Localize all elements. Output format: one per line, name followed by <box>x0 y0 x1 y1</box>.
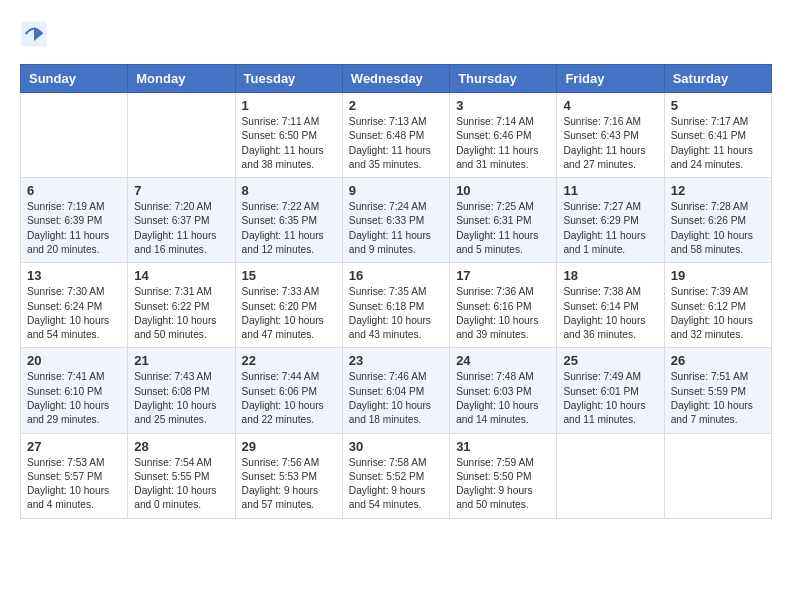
day-number: 11 <box>563 183 657 198</box>
calendar-cell: 29Sunrise: 7:56 AM Sunset: 5:53 PM Dayli… <box>235 433 342 518</box>
calendar-cell: 30Sunrise: 7:58 AM Sunset: 5:52 PM Dayli… <box>342 433 449 518</box>
day-number: 18 <box>563 268 657 283</box>
cell-content: Sunrise: 7:44 AM Sunset: 6:06 PM Dayligh… <box>242 370 336 427</box>
cell-content: Sunrise: 7:33 AM Sunset: 6:20 PM Dayligh… <box>242 285 336 342</box>
calendar-cell: 1Sunrise: 7:11 AM Sunset: 6:50 PM Daylig… <box>235 93 342 178</box>
cell-content: Sunrise: 7:56 AM Sunset: 5:53 PM Dayligh… <box>242 456 336 513</box>
calendar-cell: 5Sunrise: 7:17 AM Sunset: 6:41 PM Daylig… <box>664 93 771 178</box>
day-number: 29 <box>242 439 336 454</box>
calendar-cell: 11Sunrise: 7:27 AM Sunset: 6:29 PM Dayli… <box>557 178 664 263</box>
calendar-cell: 20Sunrise: 7:41 AM Sunset: 6:10 PM Dayli… <box>21 348 128 433</box>
calendar-cell: 22Sunrise: 7:44 AM Sunset: 6:06 PM Dayli… <box>235 348 342 433</box>
calendar-cell: 19Sunrise: 7:39 AM Sunset: 6:12 PM Dayli… <box>664 263 771 348</box>
cell-content: Sunrise: 7:36 AM Sunset: 6:16 PM Dayligh… <box>456 285 550 342</box>
day-header-tuesday: Tuesday <box>235 65 342 93</box>
day-header-friday: Friday <box>557 65 664 93</box>
day-number: 7 <box>134 183 228 198</box>
calendar-week-row: 13Sunrise: 7:30 AM Sunset: 6:24 PM Dayli… <box>21 263 772 348</box>
calendar-cell: 23Sunrise: 7:46 AM Sunset: 6:04 PM Dayli… <box>342 348 449 433</box>
day-number: 14 <box>134 268 228 283</box>
calendar-table: SundayMondayTuesdayWednesdayThursdayFrid… <box>20 64 772 519</box>
calendar-cell: 7Sunrise: 7:20 AM Sunset: 6:37 PM Daylig… <box>128 178 235 263</box>
calendar-week-row: 20Sunrise: 7:41 AM Sunset: 6:10 PM Dayli… <box>21 348 772 433</box>
calendar-cell <box>557 433 664 518</box>
day-number: 15 <box>242 268 336 283</box>
cell-content: Sunrise: 7:30 AM Sunset: 6:24 PM Dayligh… <box>27 285 121 342</box>
day-number: 17 <box>456 268 550 283</box>
day-number: 5 <box>671 98 765 113</box>
cell-content: Sunrise: 7:41 AM Sunset: 6:10 PM Dayligh… <box>27 370 121 427</box>
calendar-cell: 27Sunrise: 7:53 AM Sunset: 5:57 PM Dayli… <box>21 433 128 518</box>
calendar-week-row: 27Sunrise: 7:53 AM Sunset: 5:57 PM Dayli… <box>21 433 772 518</box>
day-number: 21 <box>134 353 228 368</box>
cell-content: Sunrise: 7:27 AM Sunset: 6:29 PM Dayligh… <box>563 200 657 257</box>
cell-content: Sunrise: 7:14 AM Sunset: 6:46 PM Dayligh… <box>456 115 550 172</box>
cell-content: Sunrise: 7:19 AM Sunset: 6:39 PM Dayligh… <box>27 200 121 257</box>
calendar-cell: 2Sunrise: 7:13 AM Sunset: 6:48 PM Daylig… <box>342 93 449 178</box>
calendar-cell: 3Sunrise: 7:14 AM Sunset: 6:46 PM Daylig… <box>450 93 557 178</box>
day-header-saturday: Saturday <box>664 65 771 93</box>
day-number: 25 <box>563 353 657 368</box>
cell-content: Sunrise: 7:43 AM Sunset: 6:08 PM Dayligh… <box>134 370 228 427</box>
day-number: 28 <box>134 439 228 454</box>
calendar-cell: 24Sunrise: 7:48 AM Sunset: 6:03 PM Dayli… <box>450 348 557 433</box>
calendar-cell: 16Sunrise: 7:35 AM Sunset: 6:18 PM Dayli… <box>342 263 449 348</box>
calendar-cell: 9Sunrise: 7:24 AM Sunset: 6:33 PM Daylig… <box>342 178 449 263</box>
day-number: 30 <box>349 439 443 454</box>
day-number: 20 <box>27 353 121 368</box>
cell-content: Sunrise: 7:20 AM Sunset: 6:37 PM Dayligh… <box>134 200 228 257</box>
cell-content: Sunrise: 7:46 AM Sunset: 6:04 PM Dayligh… <box>349 370 443 427</box>
cell-content: Sunrise: 7:54 AM Sunset: 5:55 PM Dayligh… <box>134 456 228 513</box>
cell-content: Sunrise: 7:59 AM Sunset: 5:50 PM Dayligh… <box>456 456 550 513</box>
day-header-thursday: Thursday <box>450 65 557 93</box>
calendar-cell: 13Sunrise: 7:30 AM Sunset: 6:24 PM Dayli… <box>21 263 128 348</box>
calendar-week-row: 1Sunrise: 7:11 AM Sunset: 6:50 PM Daylig… <box>21 93 772 178</box>
calendar-cell: 15Sunrise: 7:33 AM Sunset: 6:20 PM Dayli… <box>235 263 342 348</box>
calendar-cell <box>21 93 128 178</box>
day-number: 10 <box>456 183 550 198</box>
day-number: 9 <box>349 183 443 198</box>
logo <box>20 20 52 48</box>
day-number: 27 <box>27 439 121 454</box>
day-number: 23 <box>349 353 443 368</box>
day-number: 22 <box>242 353 336 368</box>
day-number: 12 <box>671 183 765 198</box>
cell-content: Sunrise: 7:35 AM Sunset: 6:18 PM Dayligh… <box>349 285 443 342</box>
day-number: 3 <box>456 98 550 113</box>
cell-content: Sunrise: 7:22 AM Sunset: 6:35 PM Dayligh… <box>242 200 336 257</box>
calendar-cell: 25Sunrise: 7:49 AM Sunset: 6:01 PM Dayli… <box>557 348 664 433</box>
day-header-sunday: Sunday <box>21 65 128 93</box>
calendar-cell: 4Sunrise: 7:16 AM Sunset: 6:43 PM Daylig… <box>557 93 664 178</box>
calendar-cell: 18Sunrise: 7:38 AM Sunset: 6:14 PM Dayli… <box>557 263 664 348</box>
cell-content: Sunrise: 7:51 AM Sunset: 5:59 PM Dayligh… <box>671 370 765 427</box>
day-number: 8 <box>242 183 336 198</box>
cell-content: Sunrise: 7:28 AM Sunset: 6:26 PM Dayligh… <box>671 200 765 257</box>
calendar-week-row: 6Sunrise: 7:19 AM Sunset: 6:39 PM Daylig… <box>21 178 772 263</box>
calendar-header-row: SundayMondayTuesdayWednesdayThursdayFrid… <box>21 65 772 93</box>
calendar-cell: 26Sunrise: 7:51 AM Sunset: 5:59 PM Dayli… <box>664 348 771 433</box>
calendar-cell: 10Sunrise: 7:25 AM Sunset: 6:31 PM Dayli… <box>450 178 557 263</box>
day-number: 13 <box>27 268 121 283</box>
calendar-cell: 28Sunrise: 7:54 AM Sunset: 5:55 PM Dayli… <box>128 433 235 518</box>
cell-content: Sunrise: 7:13 AM Sunset: 6:48 PM Dayligh… <box>349 115 443 172</box>
cell-content: Sunrise: 7:49 AM Sunset: 6:01 PM Dayligh… <box>563 370 657 427</box>
day-number: 1 <box>242 98 336 113</box>
day-number: 31 <box>456 439 550 454</box>
cell-content: Sunrise: 7:16 AM Sunset: 6:43 PM Dayligh… <box>563 115 657 172</box>
day-number: 4 <box>563 98 657 113</box>
calendar-cell: 6Sunrise: 7:19 AM Sunset: 6:39 PM Daylig… <box>21 178 128 263</box>
calendar-cell: 21Sunrise: 7:43 AM Sunset: 6:08 PM Dayli… <box>128 348 235 433</box>
day-number: 16 <box>349 268 443 283</box>
day-header-wednesday: Wednesday <box>342 65 449 93</box>
calendar-cell: 17Sunrise: 7:36 AM Sunset: 6:16 PM Dayli… <box>450 263 557 348</box>
calendar-cell: 8Sunrise: 7:22 AM Sunset: 6:35 PM Daylig… <box>235 178 342 263</box>
calendar-cell: 31Sunrise: 7:59 AM Sunset: 5:50 PM Dayli… <box>450 433 557 518</box>
cell-content: Sunrise: 7:53 AM Sunset: 5:57 PM Dayligh… <box>27 456 121 513</box>
day-number: 6 <box>27 183 121 198</box>
calendar-cell <box>128 93 235 178</box>
cell-content: Sunrise: 7:58 AM Sunset: 5:52 PM Dayligh… <box>349 456 443 513</box>
cell-content: Sunrise: 7:39 AM Sunset: 6:12 PM Dayligh… <box>671 285 765 342</box>
cell-content: Sunrise: 7:38 AM Sunset: 6:14 PM Dayligh… <box>563 285 657 342</box>
calendar-cell <box>664 433 771 518</box>
day-number: 24 <box>456 353 550 368</box>
